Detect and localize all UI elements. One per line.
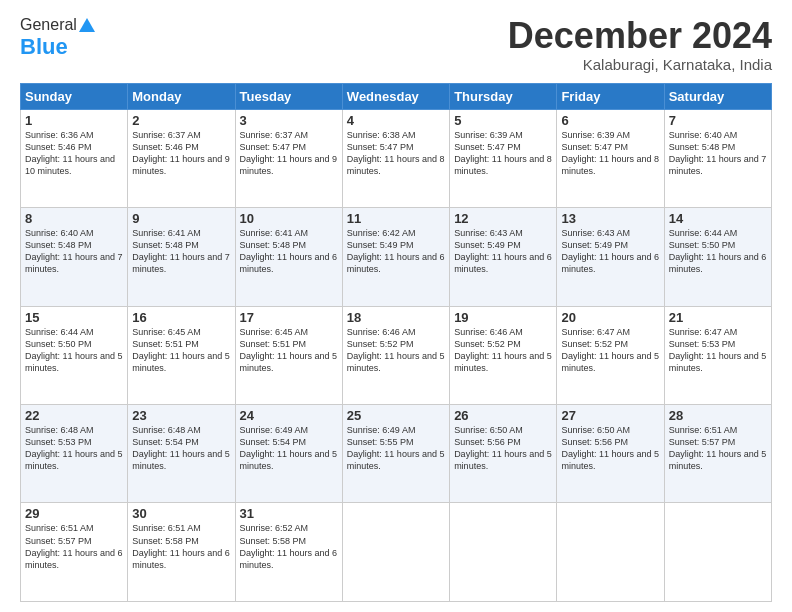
day-number: 6 xyxy=(561,113,659,128)
day-info: Sunrise: 6:41 AMSunset: 5:48 PMDaylight:… xyxy=(240,228,338,274)
month-title: December 2024 xyxy=(508,16,772,56)
day-info: Sunrise: 6:47 AMSunset: 5:52 PMDaylight:… xyxy=(561,327,659,373)
day-info: Sunrise: 6:42 AMSunset: 5:49 PMDaylight:… xyxy=(347,228,445,274)
day-number: 20 xyxy=(561,310,659,325)
day-info: Sunrise: 6:43 AMSunset: 5:49 PMDaylight:… xyxy=(454,228,552,274)
table-row: 13 Sunrise: 6:43 AMSunset: 5:49 PMDaylig… xyxy=(557,208,664,306)
table-row: 1 Sunrise: 6:36 AMSunset: 5:46 PMDayligh… xyxy=(21,109,128,207)
logo-general-text: General xyxy=(20,16,77,34)
calendar-week-row: 8 Sunrise: 6:40 AMSunset: 5:48 PMDayligh… xyxy=(21,208,772,306)
day-number: 7 xyxy=(669,113,767,128)
day-number: 12 xyxy=(454,211,552,226)
col-saturday: Saturday xyxy=(664,83,771,109)
day-number: 4 xyxy=(347,113,445,128)
table-row: 24 Sunrise: 6:49 AMSunset: 5:54 PMDaylig… xyxy=(235,405,342,503)
table-row: 25 Sunrise: 6:49 AMSunset: 5:55 PMDaylig… xyxy=(342,405,449,503)
day-info: Sunrise: 6:45 AMSunset: 5:51 PMDaylight:… xyxy=(132,327,230,373)
day-info: Sunrise: 6:39 AMSunset: 5:47 PMDaylight:… xyxy=(561,130,659,176)
table-row: 21 Sunrise: 6:47 AMSunset: 5:53 PMDaylig… xyxy=(664,306,771,404)
table-row: 12 Sunrise: 6:43 AMSunset: 5:49 PMDaylig… xyxy=(450,208,557,306)
day-number: 31 xyxy=(240,506,338,521)
day-number: 28 xyxy=(669,408,767,423)
day-info: Sunrise: 6:46 AMSunset: 5:52 PMDaylight:… xyxy=(454,327,552,373)
col-sunday: Sunday xyxy=(21,83,128,109)
day-info: Sunrise: 6:52 AMSunset: 5:58 PMDaylight:… xyxy=(240,523,338,569)
logo-triangle-icon xyxy=(78,16,96,34)
day-number: 18 xyxy=(347,310,445,325)
table-row: 17 Sunrise: 6:45 AMSunset: 5:51 PMDaylig… xyxy=(235,306,342,404)
col-wednesday: Wednesday xyxy=(342,83,449,109)
day-number: 22 xyxy=(25,408,123,423)
day-number: 8 xyxy=(25,211,123,226)
day-number: 10 xyxy=(240,211,338,226)
calendar-table: Sunday Monday Tuesday Wednesday Thursday… xyxy=(20,83,772,602)
location: Kalaburagi, Karnataka, India xyxy=(508,56,772,73)
day-info: Sunrise: 6:43 AMSunset: 5:49 PMDaylight:… xyxy=(561,228,659,274)
table-row xyxy=(342,503,449,602)
day-info: Sunrise: 6:51 AMSunset: 5:57 PMDaylight:… xyxy=(669,425,767,471)
day-number: 2 xyxy=(132,113,230,128)
day-info: Sunrise: 6:50 AMSunset: 5:56 PMDaylight:… xyxy=(454,425,552,471)
table-row: 28 Sunrise: 6:51 AMSunset: 5:57 PMDaylig… xyxy=(664,405,771,503)
table-row: 30 Sunrise: 6:51 AMSunset: 5:58 PMDaylig… xyxy=(128,503,235,602)
day-number: 5 xyxy=(454,113,552,128)
table-row: 15 Sunrise: 6:44 AMSunset: 5:50 PMDaylig… xyxy=(21,306,128,404)
table-row: 14 Sunrise: 6:44 AMSunset: 5:50 PMDaylig… xyxy=(664,208,771,306)
table-row: 11 Sunrise: 6:42 AMSunset: 5:49 PMDaylig… xyxy=(342,208,449,306)
day-info: Sunrise: 6:44 AMSunset: 5:50 PMDaylight:… xyxy=(669,228,767,274)
col-tuesday: Tuesday xyxy=(235,83,342,109)
day-info: Sunrise: 6:40 AMSunset: 5:48 PMDaylight:… xyxy=(669,130,767,176)
calendar-week-row: 1 Sunrise: 6:36 AMSunset: 5:46 PMDayligh… xyxy=(21,109,772,207)
table-row: 8 Sunrise: 6:40 AMSunset: 5:48 PMDayligh… xyxy=(21,208,128,306)
day-number: 3 xyxy=(240,113,338,128)
day-number: 11 xyxy=(347,211,445,226)
table-row: 7 Sunrise: 6:40 AMSunset: 5:48 PMDayligh… xyxy=(664,109,771,207)
header: General Blue December 2024 Kalaburagi, K… xyxy=(20,16,772,73)
day-number: 17 xyxy=(240,310,338,325)
col-friday: Friday xyxy=(557,83,664,109)
day-number: 13 xyxy=(561,211,659,226)
table-row: 22 Sunrise: 6:48 AMSunset: 5:53 PMDaylig… xyxy=(21,405,128,503)
table-row: 29 Sunrise: 6:51 AMSunset: 5:57 PMDaylig… xyxy=(21,503,128,602)
table-row: 9 Sunrise: 6:41 AMSunset: 5:48 PMDayligh… xyxy=(128,208,235,306)
calendar-header-row: Sunday Monday Tuesday Wednesday Thursday… xyxy=(21,83,772,109)
table-row: 2 Sunrise: 6:37 AMSunset: 5:46 PMDayligh… xyxy=(128,109,235,207)
table-row: 31 Sunrise: 6:52 AMSunset: 5:58 PMDaylig… xyxy=(235,503,342,602)
day-info: Sunrise: 6:41 AMSunset: 5:48 PMDaylight:… xyxy=(132,228,230,274)
table-row: 10 Sunrise: 6:41 AMSunset: 5:48 PMDaylig… xyxy=(235,208,342,306)
table-row: 26 Sunrise: 6:50 AMSunset: 5:56 PMDaylig… xyxy=(450,405,557,503)
day-info: Sunrise: 6:38 AMSunset: 5:47 PMDaylight:… xyxy=(347,130,445,176)
table-row xyxy=(450,503,557,602)
day-number: 1 xyxy=(25,113,123,128)
day-info: Sunrise: 6:36 AMSunset: 5:46 PMDaylight:… xyxy=(25,130,115,176)
table-row: 18 Sunrise: 6:46 AMSunset: 5:52 PMDaylig… xyxy=(342,306,449,404)
day-info: Sunrise: 6:39 AMSunset: 5:47 PMDaylight:… xyxy=(454,130,552,176)
day-number: 24 xyxy=(240,408,338,423)
day-info: Sunrise: 6:51 AMSunset: 5:58 PMDaylight:… xyxy=(132,523,230,569)
page: General Blue December 2024 Kalaburagi, K… xyxy=(0,0,792,612)
day-info: Sunrise: 6:46 AMSunset: 5:52 PMDaylight:… xyxy=(347,327,445,373)
day-info: Sunrise: 6:49 AMSunset: 5:55 PMDaylight:… xyxy=(347,425,445,471)
logo: General Blue xyxy=(20,16,97,60)
day-number: 9 xyxy=(132,211,230,226)
day-number: 14 xyxy=(669,211,767,226)
table-row: 27 Sunrise: 6:50 AMSunset: 5:56 PMDaylig… xyxy=(557,405,664,503)
table-row: 4 Sunrise: 6:38 AMSunset: 5:47 PMDayligh… xyxy=(342,109,449,207)
svg-marker-0 xyxy=(79,18,95,32)
logo-blue-text: Blue xyxy=(20,34,68,60)
day-number: 25 xyxy=(347,408,445,423)
col-monday: Monday xyxy=(128,83,235,109)
day-number: 19 xyxy=(454,310,552,325)
day-number: 29 xyxy=(25,506,123,521)
table-row: 5 Sunrise: 6:39 AMSunset: 5:47 PMDayligh… xyxy=(450,109,557,207)
day-number: 21 xyxy=(669,310,767,325)
table-row: 23 Sunrise: 6:48 AMSunset: 5:54 PMDaylig… xyxy=(128,405,235,503)
day-number: 30 xyxy=(132,506,230,521)
day-info: Sunrise: 6:48 AMSunset: 5:53 PMDaylight:… xyxy=(25,425,123,471)
day-info: Sunrise: 6:51 AMSunset: 5:57 PMDaylight:… xyxy=(25,523,123,569)
calendar-week-row: 29 Sunrise: 6:51 AMSunset: 5:57 PMDaylig… xyxy=(21,503,772,602)
day-info: Sunrise: 6:40 AMSunset: 5:48 PMDaylight:… xyxy=(25,228,123,274)
day-info: Sunrise: 6:49 AMSunset: 5:54 PMDaylight:… xyxy=(240,425,338,471)
day-info: Sunrise: 6:37 AMSunset: 5:46 PMDaylight:… xyxy=(132,130,230,176)
day-number: 15 xyxy=(25,310,123,325)
